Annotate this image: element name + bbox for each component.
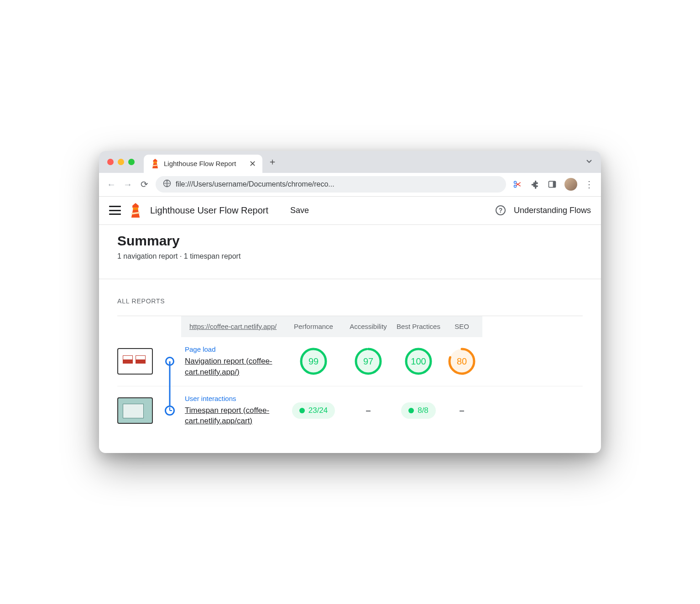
timeline-marker-timespan (158, 406, 181, 416)
url-text: file:///Users/username/Documents/chrome/… (176, 180, 334, 188)
browser-tab[interactable]: Lighthouse Flow Report ✕ (144, 155, 262, 173)
gauge-best-practices[interactable]: 100 (396, 347, 441, 375)
col-seo: SEO (441, 323, 482, 331)
window-controls (107, 159, 135, 165)
close-tab-icon[interactable]: ✕ (249, 159, 256, 169)
all-reports-label: ALL REPORTS (117, 297, 583, 305)
gauge-accessibility[interactable]: 97 (341, 347, 396, 375)
summary-subtitle: 1 navigation report · 1 timespan report (117, 252, 583, 260)
svg-rect-0 (153, 162, 157, 163)
pill-best-practices[interactable]: 8/8 (396, 402, 441, 419)
side-panel-icon[interactable] (547, 179, 557, 189)
tab-bar: Lighthouse Flow Report ✕ ＋ (99, 151, 601, 173)
svg-rect-6 (553, 182, 556, 187)
profile-avatar[interactable] (564, 178, 577, 191)
gauge-performance[interactable]: 99 (286, 347, 341, 375)
menu-button[interactable] (109, 206, 121, 215)
lighthouse-favicon-icon (151, 160, 159, 168)
scissors-icon[interactable] (512, 179, 522, 189)
navigation-report-link[interactable]: Navigation report (coffee-cart.netlify.a… (185, 356, 286, 378)
tabs-dropdown-icon[interactable] (585, 157, 593, 167)
browser-menu-icon[interactable]: ⋮ (585, 179, 594, 190)
tab-title: Lighthouse Flow Report (164, 160, 236, 167)
svg-point-4 (514, 185, 517, 187)
back-button[interactable]: ← (106, 179, 116, 190)
timeline-marker-navigation (158, 357, 181, 366)
col-best-practices: Best Practices (396, 323, 441, 331)
app-header: Lighthouse User Flow Report Save ? Under… (99, 197, 601, 225)
clock-marker-icon (165, 406, 175, 416)
report-row-navigation: Page load Navigation report (coffee-cart… (117, 337, 583, 386)
toolbar-icons: ⋮ (512, 178, 594, 191)
reload-button[interactable]: ⟳ (139, 179, 149, 190)
col-performance: Performance (286, 323, 341, 331)
col-accessibility: Accessibility (341, 323, 396, 331)
minimize-window-button[interactable] (118, 159, 124, 165)
app-title: Lighthouse User Flow Report (150, 205, 268, 216)
address-bar: ← → ⟳ file:///Users/username/Documents/c… (99, 173, 601, 197)
globe-icon (163, 179, 171, 189)
understanding-flows-link[interactable]: Understanding Flows (514, 206, 591, 215)
timespan-report-link[interactable]: Timespan report (coffee-cart.netlify.app… (185, 405, 286, 427)
reports-header-row: https://coffee-cart.netlify.app/ Perform… (117, 316, 583, 337)
report-url-link[interactable]: https://coffee-cart.netlify.app/ (181, 323, 286, 331)
report-row-timespan: User interactions Timespan report (coffe… (117, 386, 583, 435)
summary-heading: Summary (117, 233, 583, 249)
content-area: Summary 1 navigation report · 1 timespan… (99, 225, 601, 453)
maximize-window-button[interactable] (128, 159, 135, 165)
step-label: User interactions (185, 395, 286, 402)
close-window-button[interactable] (107, 159, 114, 165)
browser-window: Lighthouse Flow Report ✕ ＋ ← → ⟳ file://… (99, 151, 601, 453)
new-tab-button[interactable]: ＋ (268, 156, 277, 168)
thumbnail-timespan[interactable] (117, 397, 153, 424)
forward-button[interactable]: → (123, 179, 133, 190)
step-label: Page load (185, 345, 286, 353)
pill-performance[interactable]: 23/24 (286, 402, 341, 419)
help-icon[interactable]: ? (496, 205, 506, 215)
extensions-icon[interactable] (530, 179, 540, 189)
dash-accessibility: – (341, 405, 396, 416)
url-input[interactable]: file:///Users/username/Documents/chrome/… (156, 176, 506, 193)
gauge-seo[interactable]: 80 (441, 347, 482, 375)
dash-seo: – (441, 405, 482, 416)
svg-rect-7 (133, 208, 138, 210)
svg-point-3 (514, 182, 517, 184)
lighthouse-logo-icon (129, 203, 142, 218)
thumbnail-navigation[interactable] (117, 348, 153, 375)
divider (99, 279, 601, 279)
save-button[interactable]: Save (290, 206, 309, 215)
